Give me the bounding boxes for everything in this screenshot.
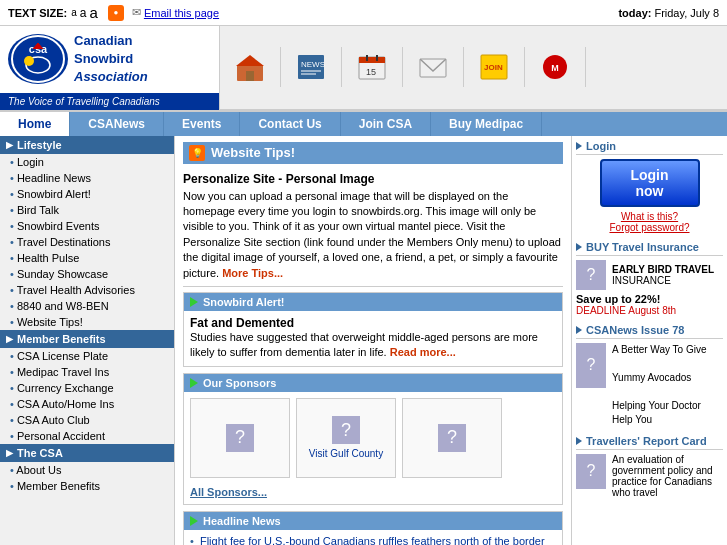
nav-contact[interactable]: Contact Us	[240, 112, 340, 136]
csa-issue-tri	[576, 326, 582, 334]
nav-csanews[interactable]: CSANews	[70, 112, 164, 136]
headline-news-header: Headline News	[184, 512, 562, 530]
icon-bar: NEWS 15 JOIN M	[220, 26, 727, 110]
text-size-small[interactable]: a	[71, 7, 77, 18]
text-size-med[interactable]: a	[80, 6, 87, 20]
read-more-link[interactable]: Read more...	[390, 346, 456, 358]
sidebar-item-member-benefits[interactable]: Member Benefits	[0, 478, 174, 494]
logo-text: Canadian Snowbird Association	[74, 32, 148, 87]
sponsor2-image: ?	[332, 416, 360, 444]
svg-marker-5	[236, 55, 264, 66]
headline-news-box: Headline News • Flight fee for U.S.-boun…	[183, 511, 563, 545]
member-header: ▶ Member Benefits	[0, 330, 174, 348]
what-is-this-link[interactable]: What is this?	[576, 211, 723, 222]
headline-link[interactable]: Flight fee for U.S.-bound Canadians ruff…	[200, 535, 545, 545]
text-size-label: TEXT SIZE:	[8, 7, 67, 19]
buy-travel-tri	[576, 243, 582, 251]
headline-news-content: • Flight fee for U.S.-bound Canadians ru…	[184, 530, 562, 545]
more-tips-link[interactable]: More Tips...	[222, 267, 283, 279]
svg-point-3	[24, 56, 34, 66]
nav-icon-buy[interactable]: M	[525, 47, 586, 87]
snowbird-alert-box: Snowbird Alert! Fat and Demented Studies…	[183, 292, 563, 367]
main-layout: ▶ Lifestyle Login Headline News Snowbird…	[0, 136, 727, 545]
forgot-password-link[interactable]: Forgot password?	[576, 222, 723, 233]
svg-text:M: M	[551, 63, 559, 73]
sidebar-item-8840[interactable]: 8840 and W8-BEN	[0, 298, 174, 314]
sidebar-item-health-pulse[interactable]: Health Pulse	[0, 250, 174, 266]
nav-buy[interactable]: Buy Medipac	[431, 112, 542, 136]
sponsors-grid: ? ? Visit Gulf County ?	[184, 392, 562, 484]
csa-header: ▶ The CSA	[0, 444, 174, 462]
report-row: ? An evaluation of government policy and…	[576, 454, 723, 498]
nav-home[interactable]: Home	[0, 112, 70, 136]
sidebar-item-currency[interactable]: Currency Exchange	[0, 380, 174, 396]
logo-area: csa Canadian Snowbird Association The Vo…	[0, 26, 220, 110]
nav-join[interactable]: Join CSA	[341, 112, 431, 136]
report-card-content: ? An evaluation of government policy and…	[576, 454, 723, 498]
join-icon: JOIN	[476, 51, 512, 83]
sidebar-item-personal-accident[interactable]: Personal Accident	[0, 428, 174, 444]
personalize-title: Personalize Site - Personal Image	[183, 172, 563, 186]
text-size-large[interactable]: a	[90, 4, 98, 21]
sponsors-box: Our Sponsors ? ? Visit Gulf County ? All…	[183, 373, 563, 505]
email-link[interactable]: Email this page	[144, 7, 219, 19]
sidebar-item-headline[interactable]: Headline News	[0, 170, 174, 186]
nav-icon-home[interactable]	[220, 47, 281, 87]
csa-issue-section: CSANews Issue 78 ? A Better Way To Give …	[576, 324, 723, 427]
issue-text: A Better Way To Give Yummy Avocados Help…	[612, 343, 723, 427]
sidebar-item-csa-license[interactable]: CSA License Plate	[0, 348, 174, 364]
snowbird-alert-content: Fat and Demented Studies have suggested …	[184, 311, 562, 366]
sidebar-item-snowbird-events[interactable]: Snowbird Events	[0, 218, 174, 234]
nav-icon-events[interactable]: 15	[342, 47, 403, 87]
svg-text:15: 15	[366, 67, 376, 77]
sponsor-2-gulf-county[interactable]: ? Visit Gulf County	[296, 398, 396, 478]
sidebar-item-bird-talk[interactable]: Bird Talk	[0, 202, 174, 218]
issue-row: ? A Better Way To Give Yummy Avocados He…	[576, 343, 723, 427]
sidebar-item-login[interactable]: Login	[0, 154, 174, 170]
today-date: Friday, July 8	[654, 7, 719, 19]
nav-icon-join[interactable]: JOIN	[464, 47, 525, 87]
logo-box: csa Canadian Snowbird Association	[0, 26, 219, 93]
sidebar-item-travel-health[interactable]: Travel Health Advisories	[0, 282, 174, 298]
login-section: Login Login now What is this? Forgot pas…	[576, 140, 723, 233]
content-title: 💡 Website Tips!	[183, 142, 563, 164]
sidebar-item-csa-auto-home[interactable]: CSA Auto/Home Ins	[0, 396, 174, 412]
csa-arrow: ▶	[6, 448, 13, 458]
all-sponsors-link[interactable]: All Sponsors...	[190, 486, 556, 498]
alert-title: Fat and Demented	[190, 316, 556, 330]
csa-issue-header: CSANews Issue 78	[576, 324, 723, 339]
report-card-tri	[576, 437, 582, 445]
sidebar-item-snowbird-alert[interactable]: Snowbird Alert!	[0, 186, 174, 202]
divider	[183, 286, 563, 287]
email-icon: ✉	[132, 6, 141, 19]
early-bird-row: ? EARLY BIRD TRAVEL INSURANCE	[576, 260, 723, 290]
sidebar-item-medipac[interactable]: Medipac Travel Ins	[0, 364, 174, 380]
rss-icon[interactable]: ●	[108, 5, 124, 21]
save-text: Save up to 22%!	[576, 293, 723, 305]
report-card-section: Travellers' Report Card ? An evaluation …	[576, 435, 723, 498]
content-title-text: Website Tips!	[211, 145, 295, 160]
snowbird-alert-header: Snowbird Alert!	[184, 293, 562, 311]
sidebar-item-travel-dest[interactable]: Travel Destinations	[0, 234, 174, 250]
medipac-icon: M	[537, 51, 573, 83]
buy-travel-section: BUY Travel Insurance ? EARLY BIRD TRAVEL…	[576, 241, 723, 316]
sponsor2-label: Visit Gulf County	[309, 448, 383, 459]
login-now-button[interactable]: Login now	[600, 159, 700, 207]
sidebar-item-csa-auto-club[interactable]: CSA Auto Club	[0, 412, 174, 428]
nav-icon-contact[interactable]	[403, 47, 464, 87]
alert-body: Studies have suggested that overweight m…	[190, 330, 556, 361]
headline-play-icon	[190, 516, 198, 526]
member-arrow: ▶	[6, 334, 13, 344]
nav-icon-news[interactable]: NEWS	[281, 47, 342, 87]
sidebar-item-website-tips[interactable]: Website Tips!	[0, 314, 174, 330]
csa-issue-content: ? A Better Way To Give Yummy Avocados He…	[576, 343, 723, 427]
sponsor-1[interactable]: ?	[190, 398, 290, 478]
headline-item: • Flight fee for U.S.-bound Canadians ru…	[190, 535, 556, 545]
lifestyle-header: ▶ Lifestyle	[0, 136, 174, 154]
sidebar-item-sunday[interactable]: Sunday Showcase	[0, 266, 174, 282]
nav-events[interactable]: Events	[164, 112, 240, 136]
report-card-header: Travellers' Report Card	[576, 435, 723, 450]
sidebar-item-about-us[interactable]: About Us	[0, 462, 174, 478]
early-bird-labels: EARLY BIRD TRAVEL INSURANCE	[612, 264, 714, 286]
sponsor-3[interactable]: ?	[402, 398, 502, 478]
